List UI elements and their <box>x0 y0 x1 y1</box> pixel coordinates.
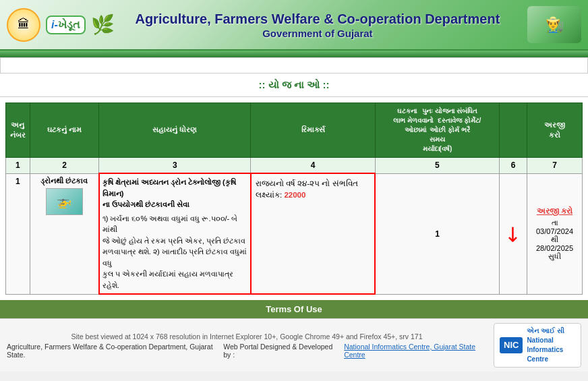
nic-link[interactable]: National Informatics Centre, Gujarat Sta… <box>344 343 487 359</box>
nic-abbr: NIC <box>504 340 519 350</box>
apply-date-suffix: સુધી <box>530 252 579 261</box>
nic-informatics: Informatics <box>527 345 564 355</box>
header-left: 🏛 i-ખેડૂત 🌿 <box>7 8 115 42</box>
col3-header: સહાયનું ધોરણ <box>99 103 251 158</box>
footer: Site best viewed at 1024 x 768 resolutio… <box>0 318 588 372</box>
header-right: 👨‍🌾 <box>521 6 581 43</box>
apply-date-to-label: થી <box>530 235 579 244</box>
num-1: 1 <box>6 158 30 174</box>
arrow-icon: ↘ <box>499 219 527 247</box>
apply-date-from: 03/07/2024 <box>530 227 579 235</box>
emblem-icon: 🏛 <box>7 8 40 42</box>
remarks-cell: રાજ્યનો વર્ષ ૨૪-૨૫ નો સંભવિતલક્ષ્યાંક: 2… <box>251 173 375 294</box>
num-4: 4 <box>251 158 375 174</box>
terms-bar[interactable]: Terms Of Use <box>0 300 588 318</box>
component-name-cell: ડ્રોનથી છંટકાવ 🚁 <box>30 173 98 294</box>
col4-header: રિમાર્ક્સ <box>251 103 375 158</box>
col5-header: ઘટકના પુનઃ યોજના સંબંધિતલાભ મેળવવાનો દસ્… <box>375 103 499 158</box>
section-title-text: :: યો જ ના ઓ :: <box>259 79 330 90</box>
num-3: 3 <box>99 158 251 174</box>
govt-title: Government of Gujarat <box>121 28 514 39</box>
terms-label[interactable]: Terms Of Use <box>266 304 322 314</box>
nic-logo: NIC એન આઈ સી National Informatics Centre <box>494 323 581 368</box>
nic-abbr-box: NIC <box>500 337 523 353</box>
num-2: 2 <box>30 158 98 174</box>
component-name: ડ્રોનથી છંટકાવ <box>33 177 96 185</box>
logo-khedut: ખેડૂત <box>58 19 80 30</box>
apply-date-to: 28/02/2025 <box>530 244 579 252</box>
leaf-icon: 🌿 <box>91 13 115 36</box>
component-detail-body: ૧) ખર્ચના ૬૦% અથવા વધુમાં વધુ રૂ.૫૦૦/- બ… <box>102 213 247 291</box>
component-detail-cell: કૃષિ ક્ષેત્રામાં અધ્યતન ડ્રોન ટેક્નોલોજી… <box>99 173 251 294</box>
apply-link-text[interactable]: અરજી કરો <box>537 206 572 216</box>
row-num: 1 <box>6 173 30 294</box>
remarks-text: રાજ્યનો વર્ષ ૨૪-૨૫ નો સંભવિતલક્ષ્યાંક: <box>256 179 358 199</box>
col5-value: 1 <box>435 229 440 239</box>
footer-portal-text: Web Portal Designed & Developed by : <box>223 343 336 359</box>
table-row: 1 ડ્રોનથી છંટકાવ 🚁 કૃષિ ક્ષેત્રામાં અધ્ય… <box>6 173 583 294</box>
col2-header: ઘટકનું નામ <box>30 103 98 158</box>
ikhedut-logo: i-ખેડૂત <box>46 16 86 34</box>
nic-national: National <box>527 336 564 345</box>
col1-header: અનુનંબર <box>6 103 30 158</box>
arrow-cell: ↘ <box>500 173 527 294</box>
column-number-row: 1 2 3 4 5 6 7 <box>6 158 583 174</box>
main-table: અનુનંબર ઘટકનું નામ સહાયનું ધોરણ રિમાર્ક્… <box>5 102 583 295</box>
grass-decoration <box>0 51 588 57</box>
nic-centre: Centre <box>527 355 564 364</box>
footer-line2: Agriculture, Farmers Welfare & Co-operat… <box>7 343 487 359</box>
footer-line1: Site best viewed at 1024 x 768 resolutio… <box>7 332 487 341</box>
table-header-row: અનુનંબર ઘટકનું નામ સહાયનું ધોરણ રિમાર્ક્… <box>6 103 583 158</box>
remarks-number: 22000 <box>284 191 305 199</box>
footer-dept-text: Agriculture, Farmers Welfare & Co-operat… <box>7 343 216 359</box>
drone-image: 🚁 <box>46 188 83 215</box>
dept-title: Agriculture, Farmers Welfare & Co-operat… <box>121 10 514 28</box>
benefit-col: 1 <box>375 173 499 294</box>
farmers-image: 👨‍🌾 <box>527 6 581 43</box>
ticker-bar <box>0 57 588 74</box>
apply-date-from-label: તા <box>530 218 579 227</box>
num-5: 5 <box>375 158 499 174</box>
logo-i: i- <box>51 19 58 30</box>
num-7: 7 <box>527 158 583 174</box>
main-content: અનુનંબર ઘટકનું નામ સહાયનું ધોરણ રિમાર્ક્… <box>0 97 588 300</box>
drone-image-inner: 🚁 <box>47 189 82 214</box>
nic-fullname: એન આઈ સી National Informatics Centre <box>527 326 564 364</box>
footer-left: Site best viewed at 1024 x 768 resolutio… <box>7 332 487 359</box>
section-title: :: યો જ ના ઓ :: <box>0 74 588 97</box>
num-6: 6 <box>500 158 527 174</box>
apply-cell: અરજી કરો તા 03/07/2024 થી 28/02/2025 સુધ… <box>527 173 583 294</box>
nic-gujarati: એન આઈ સી <box>527 326 564 336</box>
page-header: 🏛 i-ખેડૂત 🌿 Agriculture, Farmers Welfare… <box>0 0 588 51</box>
header-center: Agriculture, Farmers Welfare & Co-operat… <box>115 10 521 39</box>
component-detail-title: કૃષિ ક્ષેત્રામાં અધ્યતન ડ્રોન ટેક્નોલોજી… <box>102 177 247 210</box>
apply-link[interactable]: અરજી કરો <box>530 206 579 216</box>
col7-header: અરજીકરો <box>527 103 583 158</box>
ticker-text <box>7 61 102 70</box>
col6-header <box>500 103 527 158</box>
